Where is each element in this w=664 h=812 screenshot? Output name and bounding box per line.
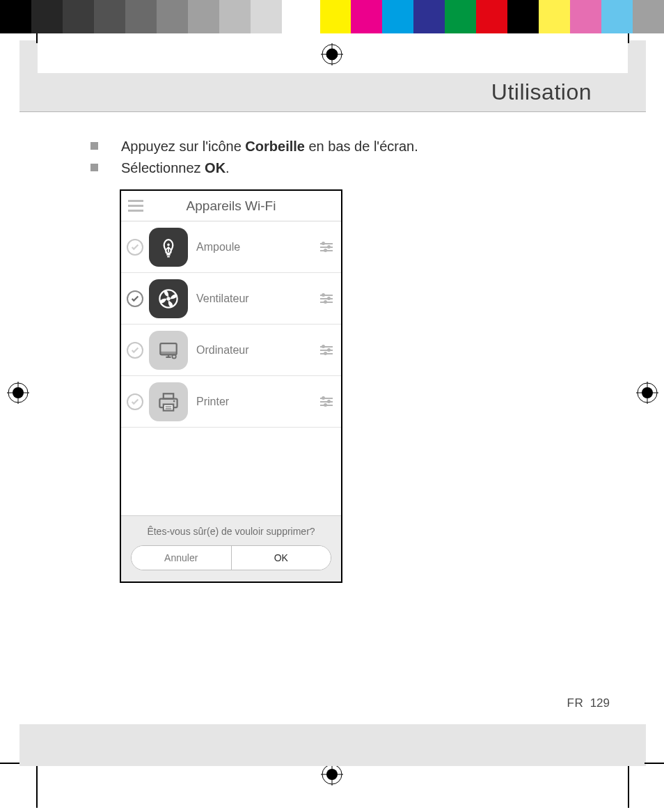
- color-swatch: [0, 0, 31, 33]
- color-swatch: [633, 0, 664, 33]
- color-swatch: [282, 0, 313, 33]
- color-swatch: [445, 0, 476, 33]
- footer-band: [19, 724, 646, 766]
- color-swatch: [382, 0, 413, 33]
- select-checkbox[interactable]: [127, 342, 143, 359]
- crop-mark: [36, 33, 38, 43]
- color-swatch: [320, 0, 351, 33]
- sliders-icon[interactable]: [319, 346, 334, 354]
- color-swatch: [570, 0, 601, 33]
- color-swatch: [157, 0, 188, 33]
- confirm-button-row: Annuler OK: [131, 545, 331, 570]
- device-label: Printer: [196, 396, 319, 408]
- svg-rect-25: [164, 404, 173, 410]
- device-list: AmpouleVentilateurOrdinateurPrinter: [121, 221, 341, 515]
- color-swatch: [476, 0, 507, 33]
- crop-mark: [628, 766, 629, 808]
- color-swatch: [31, 0, 63, 33]
- color-calibration-bar: [0, 0, 664, 33]
- device-row[interactable]: Ordinateur: [121, 325, 341, 376]
- device-row[interactable]: Ampoule: [121, 221, 341, 273]
- registration-mark-bottom-icon: [321, 763, 343, 786]
- page-number: FR 129: [567, 696, 610, 710]
- monitor-icon: [149, 331, 188, 370]
- page-num: 129: [590, 696, 610, 710]
- phone-screenshot: Appareils Wi-Fi AmpouleVentilateurOrdina…: [120, 189, 342, 583]
- color-swatch: [125, 0, 157, 33]
- section-heading: Utilisation: [491, 79, 592, 105]
- instruction-list: Appuyez sur l'icône Corbeille en bas de …: [90, 136, 578, 179]
- sliders-icon[interactable]: [319, 398, 334, 406]
- color-swatch: [539, 0, 570, 33]
- sliders-icon[interactable]: [319, 243, 334, 251]
- crop-strip-left: [19, 40, 38, 75]
- device-label: Ampoule: [196, 241, 319, 253]
- app-header-title: Appareils Wi-Fi: [121, 198, 341, 214]
- color-swatch: [251, 0, 282, 33]
- svg-rect-24: [164, 393, 173, 398]
- color-swatch: [94, 0, 125, 33]
- select-checkbox[interactable]: [127, 393, 143, 410]
- crop-mark: [628, 33, 629, 43]
- device-row[interactable]: Printer: [121, 376, 341, 428]
- registration-mark-top-icon: [321, 43, 343, 65]
- select-checkbox[interactable]: [127, 239, 143, 256]
- device-label: Ordinateur: [196, 344, 319, 357]
- device-label: Ventilateur: [196, 292, 319, 305]
- section-heading-band: Utilisation: [19, 73, 646, 112]
- crop-mark: [645, 763, 664, 764]
- color-swatch: [507, 0, 539, 33]
- instruction-item: Appuyez sur l'icône Corbeille en bas de …: [90, 136, 578, 157]
- fan-icon: [149, 279, 188, 318]
- svg-point-19: [166, 297, 170, 300]
- crop-mark: [0, 763, 19, 764]
- sliders-icon[interactable]: [319, 295, 334, 303]
- color-swatch: [188, 0, 219, 33]
- color-swatch: [413, 0, 445, 33]
- svg-point-22: [172, 354, 175, 358]
- confirm-sheet: Êtes-vous sûr(e) de vouloir supprimer? A…: [121, 515, 341, 581]
- svg-point-28: [173, 400, 175, 402]
- color-swatch: [63, 0, 94, 33]
- cancel-button[interactable]: Annuler: [132, 546, 231, 570]
- confirm-text: Êtes-vous sûr(e) de vouloir supprimer?: [131, 526, 331, 537]
- color-swatch: [351, 0, 382, 33]
- registration-mark-right-icon: [636, 382, 658, 404]
- select-checkbox[interactable]: [127, 290, 143, 307]
- crop-strip-right: [628, 40, 646, 75]
- hamburger-menu-icon[interactable]: [128, 200, 149, 212]
- instruction-item: Sélectionnez OK.: [90, 157, 578, 179]
- page-lang: FR: [567, 696, 584, 710]
- registration-mark-left-icon: [7, 382, 29, 404]
- printer-icon: [149, 382, 188, 421]
- crop-mark: [36, 766, 38, 808]
- app-header: Appareils Wi-Fi: [121, 191, 341, 221]
- device-row[interactable]: Ventilateur: [121, 273, 341, 325]
- color-swatch: [219, 0, 251, 33]
- ok-button[interactable]: OK: [231, 546, 331, 570]
- bulb-icon: [149, 228, 188, 267]
- svg-point-17: [167, 243, 170, 246]
- color-swatch: [601, 0, 633, 33]
